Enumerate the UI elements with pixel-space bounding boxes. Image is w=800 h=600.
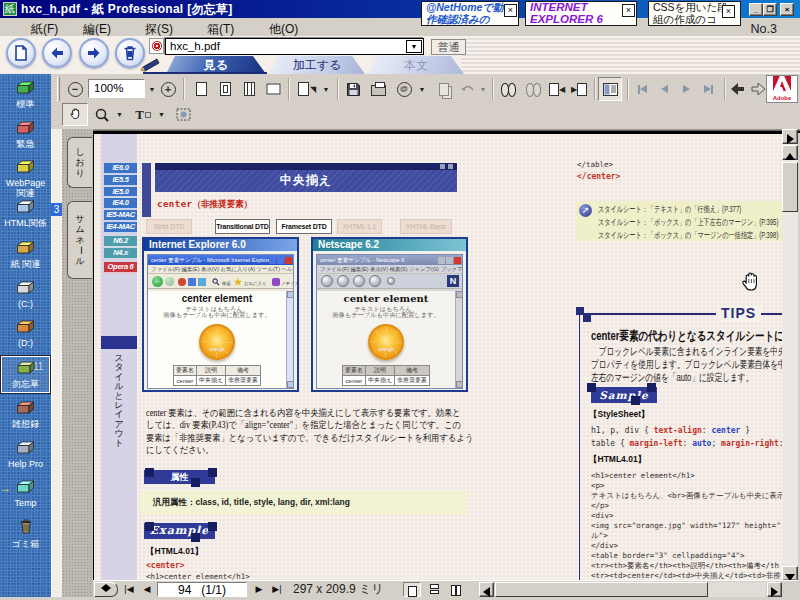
document-page: IE6.0IE5.5IE5.0IE4.0IE5-MACIE4-MACN6.2N4… <box>93 133 782 580</box>
html-version-label: 【HTML4.01】 <box>146 546 203 558</box>
ie-favorites-icon <box>234 278 242 286</box>
horizontal-scrollbar-thumb[interactable] <box>495 582 708 597</box>
page-number-field[interactable]: 94 (1/1) <box>157 582 247 597</box>
sidebar-item[interactable]: 緊急 <box>0 120 51 149</box>
tab-bookmarks[interactable]: しおり <box>67 137 92 188</box>
scroll-right-icon[interactable] <box>767 582 782 597</box>
tab-edit[interactable]: 加工する <box>269 56 365 74</box>
panel-expand-icon[interactable] <box>782 129 798 144</box>
go-forward-button[interactable] <box>748 77 768 101</box>
print-button[interactable] <box>366 77 390 101</box>
combobox-dropdown-icon[interactable]: ▼ <box>406 40 422 53</box>
text-tool-dropdown-icon[interactable]: ▼ <box>156 103 167 126</box>
zoom-tool-button[interactable] <box>90 103 114 126</box>
minimize-button[interactable]: _ <box>749 3 763 16</box>
page-mode-button[interactable]: ◥ <box>295 77 319 101</box>
filename-combobox[interactable]: hxc_h.pdf <box>165 38 424 55</box>
hand-tool-button[interactable] <box>62 103 88 126</box>
sidebar-item[interactable]: (C:) <box>0 280 51 309</box>
sidebar-item[interactable]: 紙 関連 <box>0 240 51 269</box>
facing-view-button[interactable] <box>447 582 465 597</box>
ref-link[interactable]: スタイルシート：「ボックス」の「上下左右のマージン」(P.395) <box>598 217 779 229</box>
prev-result-button[interactable]: ◀ <box>546 77 568 101</box>
scroll-up-icon[interactable] <box>782 145 798 160</box>
scroll-left-icon[interactable] <box>479 582 494 597</box>
undo-dropdown-icon[interactable]: ▼ <box>478 77 488 101</box>
zoom-out-button[interactable]: − <box>65 77 85 101</box>
new-document-button[interactable] <box>6 38 36 68</box>
splitter-button[interactable] <box>94 582 118 597</box>
toolbar-gripper[interactable] <box>57 77 60 101</box>
next-page-button[interactable] <box>676 77 697 101</box>
sticky-note-3[interactable]: CSSを用いた段 組の作成のコ × <box>648 1 741 26</box>
zoom-in-button[interactable]: + <box>158 77 178 101</box>
ns-back-icon <box>321 275 333 287</box>
last-page-status-icon[interactable]: ▶| <box>269 582 285 597</box>
save-button[interactable] <box>342 77 364 101</box>
last-page-button[interactable] <box>698 77 719 101</box>
horizontal-scrollbar[interactable] <box>495 582 766 597</box>
prev-page-button[interactable] <box>654 77 675 101</box>
fit-width-button[interactable] <box>238 77 260 101</box>
tab-text[interactable]: 本文 <box>368 56 464 74</box>
search-again-button[interactable] <box>521 77 545 101</box>
rotate-view-button[interactable] <box>262 77 284 101</box>
mode-label[interactable]: 普通 <box>431 39 466 55</box>
next-page-status-icon[interactable]: ▶ <box>251 582 267 597</box>
web-capture-button[interactable]: @ <box>392 77 416 101</box>
web-dropdown-icon[interactable]: ▼ <box>416 77 428 101</box>
hand-cursor <box>740 270 764 298</box>
note-close-icon[interactable]: × <box>722 5 735 18</box>
sticky-note-1[interactable]: @NetHomeで動 作確認済みの × <box>421 1 519 26</box>
zoom-level-field[interactable]: 100% <box>88 79 145 98</box>
first-page-button[interactable] <box>632 77 653 101</box>
forward-button[interactable] <box>79 38 109 68</box>
eraser-icon <box>15 241 36 254</box>
text-select-tool-button[interactable]: T <box>130 103 156 126</box>
ref-link[interactable]: スタイルシート：「テキスト」の「行揃え」(P.377) <box>598 204 741 216</box>
note-close-icon[interactable]: × <box>622 4 635 17</box>
sidebar-item[interactable]: 11勿忘草 <box>0 360 51 389</box>
tips-deco <box>583 314 591 322</box>
first-page-status-icon[interactable]: |◀ <box>121 582 137 597</box>
sidebar-item-label: ゴミ箱 <box>0 539 51 549</box>
undo-button[interactable] <box>458 77 478 101</box>
sticky-note-2[interactable]: INTERNET EXPLORER 6 × <box>525 1 637 26</box>
separator <box>337 78 339 100</box>
sidebar-item[interactable]: Help Pro <box>0 440 51 469</box>
sidebar-item[interactable]: 雑想録 <box>0 400 51 429</box>
eraser-icon <box>15 200 36 213</box>
zoom-tool-dropdown-icon[interactable]: ▼ <box>114 103 125 126</box>
sidebar-item[interactable]: WebPage関連 <box>0 159 51 198</box>
scroll-down-icon[interactable] <box>782 566 798 581</box>
continuous-view-button[interactable] <box>425 582 443 597</box>
copy-button[interactable] <box>432 77 456 101</box>
sidebar-item[interactable]: HTML関係 <box>0 199 51 228</box>
sidebar-item[interactable]: →Temp <box>0 479 51 508</box>
back-button[interactable] <box>42 38 72 68</box>
ns-close-icon <box>454 257 461 264</box>
next-result-button[interactable]: ▶ <box>568 77 590 101</box>
sidebar-item[interactable]: ゴミ箱 <box>0 519 51 549</box>
tab-thumbnails[interactable]: サムネール <box>67 201 92 279</box>
vertical-scrollbar-thumb[interactable] <box>782 162 798 212</box>
vertical-scrollbar[interactable] <box>782 129 798 582</box>
zoom-dropdown-icon[interactable]: ▼ <box>146 77 158 101</box>
actual-size-button[interactable] <box>190 77 212 101</box>
go-back-button[interactable] <box>728 77 748 101</box>
ref-link[interactable]: スタイルシート：「ボックス」の「マージンの一括指定」(P.398) <box>598 230 779 242</box>
sidebar-item[interactable]: 標準 <box>0 80 51 109</box>
page-mode-dropdown-icon[interactable]: ▼ <box>320 77 332 101</box>
ribbon-deco <box>145 468 154 477</box>
close-button[interactable]: × <box>780 3 794 16</box>
select-image-tool-button[interactable] <box>170 103 196 126</box>
fit-page-button[interactable] <box>214 77 236 101</box>
single-page-view-button[interactable] <box>403 582 421 597</box>
note-close-icon[interactable]: × <box>504 4 517 17</box>
navigation-pane-button[interactable] <box>598 77 622 101</box>
search-button[interactable] <box>496 77 520 101</box>
prev-page-status-icon[interactable]: ◀ <box>139 582 155 597</box>
restore-button[interactable]: ❐ <box>763 3 777 16</box>
note-text: 作確認済みの <box>426 14 516 26</box>
sidebar-item[interactable]: (D:) <box>0 319 51 348</box>
